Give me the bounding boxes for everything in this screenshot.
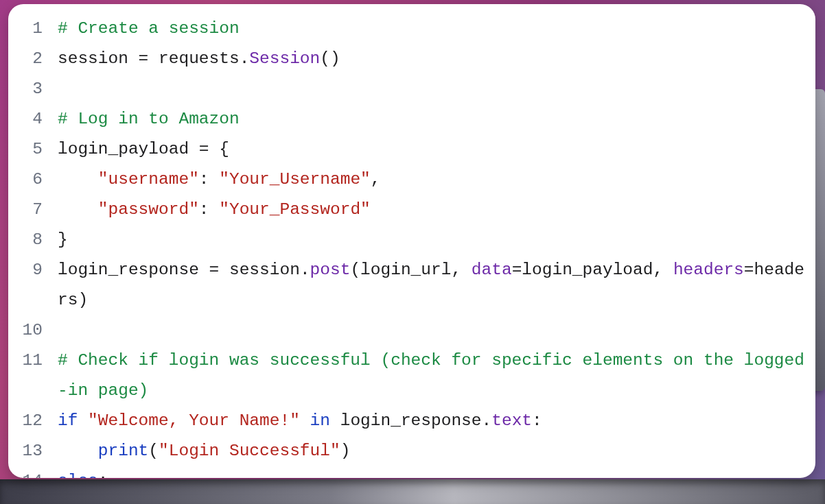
code-token: , xyxy=(653,261,673,279)
code-token: requests xyxy=(159,49,240,68)
line-number: 3 xyxy=(14,74,43,104)
code-lines[interactable]: # Create a sessionsession = requests.Ses… xyxy=(48,14,810,478)
code-token: ( xyxy=(148,442,159,460)
line-number: 13 xyxy=(14,436,43,466)
code-token: = xyxy=(189,140,219,158)
code-token: "password" xyxy=(98,200,199,219)
code-token: session xyxy=(229,261,300,279)
code-token: , xyxy=(451,261,471,279)
code-token: = xyxy=(512,261,522,279)
line-number xyxy=(14,376,43,406)
code-token xyxy=(78,411,88,430)
code-area: 123456789101112131415 # Create a session… xyxy=(14,14,810,478)
code-token: "Login Successful" xyxy=(159,442,340,460)
code-token: in xyxy=(310,411,330,430)
code-line: else: xyxy=(58,466,810,478)
line-number: 8 xyxy=(14,225,43,255)
code-token: } xyxy=(58,230,68,249)
code-token: { xyxy=(219,140,229,158)
line-number: 12 xyxy=(14,406,43,436)
code-token: = xyxy=(744,261,754,279)
code-token: "Your_Password" xyxy=(219,200,371,219)
code-token: data xyxy=(472,261,512,279)
code-token: = xyxy=(128,49,159,68)
line-number: 4 xyxy=(14,104,43,134)
code-token: ( xyxy=(350,261,360,279)
code-token: # Check if login was successful (check f… xyxy=(58,351,804,400)
code-token: headers xyxy=(673,261,744,279)
code-token: . xyxy=(300,261,310,279)
code-token: () xyxy=(320,49,340,68)
code-token: text xyxy=(491,411,532,430)
line-number xyxy=(14,285,43,315)
code-token: else xyxy=(58,472,98,478)
code-token: "Your_Username" xyxy=(219,170,371,189)
code-token: session xyxy=(58,49,128,68)
code-token: : xyxy=(532,411,542,430)
code-line xyxy=(58,74,810,104)
code-token: . xyxy=(240,49,250,68)
code-token: "Welcome, Your Name!" xyxy=(88,411,300,430)
code-token xyxy=(58,170,98,189)
code-line: # Log in to Amazon xyxy=(58,104,810,134)
code-token: . xyxy=(482,411,492,430)
line-number: 1 xyxy=(14,14,43,44)
code-token: Session xyxy=(249,49,320,68)
line-number: 5 xyxy=(14,134,43,165)
code-line: print("Login Successful") xyxy=(58,436,810,466)
code-line: "username": "Your_Username", xyxy=(58,165,810,195)
code-token: , xyxy=(371,170,381,189)
code-token xyxy=(58,200,98,219)
line-number: 6 xyxy=(14,165,43,195)
line-number: 7 xyxy=(14,195,43,225)
code-token: login_payload xyxy=(522,261,653,279)
code-line: } xyxy=(58,225,810,255)
code-block-card: 123456789101112131415 # Create a session… xyxy=(8,4,815,478)
line-number: 11 xyxy=(14,346,43,376)
code-token: = xyxy=(199,261,229,279)
code-line: login_response = session.post(login_url,… xyxy=(58,255,810,315)
code-token: # Log in to Amazon xyxy=(58,110,240,128)
code-token: : xyxy=(98,472,108,478)
code-token: "username" xyxy=(98,170,199,189)
code-line: session = requests.Session() xyxy=(58,44,810,74)
code-token: if xyxy=(58,411,78,430)
background-decoration-bottom xyxy=(0,479,825,504)
code-token: print xyxy=(98,442,149,460)
line-number: 9 xyxy=(14,255,43,285)
code-line: # Create a session xyxy=(58,14,810,44)
code-token: post xyxy=(310,261,351,279)
code-line: "password": "Your_Password" xyxy=(58,195,810,225)
code-line: if "Welcome, Your Name!" in login_respon… xyxy=(58,406,810,436)
code-token: login_response xyxy=(58,261,199,279)
line-number-gutter: 123456789101112131415 xyxy=(14,14,48,478)
code-line xyxy=(58,315,810,346)
code-token xyxy=(300,411,310,430)
code-token: ) xyxy=(340,442,351,460)
code-token xyxy=(58,442,98,460)
code-token: # Create a session xyxy=(58,19,240,38)
code-token: login_payload xyxy=(58,140,189,158)
code-line: login_payload = { xyxy=(58,134,810,165)
code-token: login_response xyxy=(330,411,482,430)
line-number: 14 xyxy=(14,466,43,478)
code-token: login_url xyxy=(360,261,451,279)
code-token: ) xyxy=(78,291,88,309)
code-token: : xyxy=(199,170,219,189)
code-line: # Check if login was successful (check f… xyxy=(58,346,810,406)
line-number: 10 xyxy=(14,315,43,346)
code-token: : xyxy=(199,200,219,219)
line-number: 2 xyxy=(14,44,43,74)
